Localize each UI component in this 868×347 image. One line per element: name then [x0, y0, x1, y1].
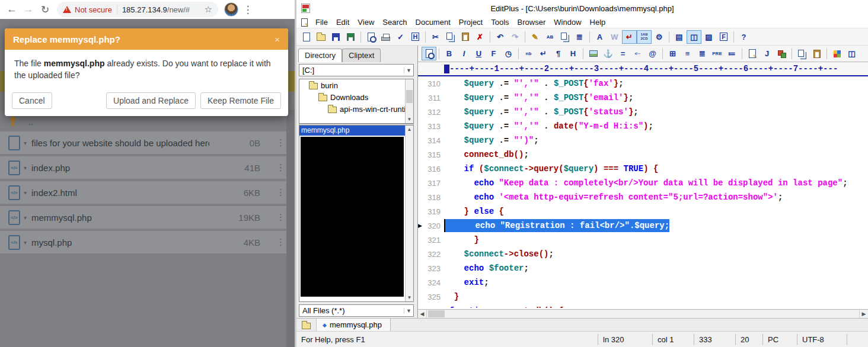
- code-text[interactable]: exit;: [444, 276, 489, 289]
- scroll-right-icon[interactable]: ▶: [859, 310, 868, 318]
- menu-help[interactable]: Help: [586, 18, 610, 27]
- scroll-down-icon[interactable]: ▼: [406, 115, 413, 123]
- dialog-close-icon[interactable]: ×: [275, 34, 280, 44]
- javascript-button[interactable]: J: [760, 47, 774, 60]
- code-text[interactable]: $query .= "','" . $_POST{'email'};: [444, 91, 633, 104]
- font-button[interactable]: A: [592, 30, 607, 44]
- align-right-button[interactable]: ≣: [695, 47, 710, 60]
- row-menu-icon[interactable]: ⋮: [276, 212, 285, 223]
- nonbreaking-space-button[interactable]: nb: [521, 47, 536, 60]
- menu-browser[interactable]: Browser: [513, 18, 550, 27]
- tree-item-Downloads[interactable]: Downloads: [299, 91, 413, 103]
- browser-preview-button[interactable]: [422, 47, 436, 60]
- profile-avatar[interactable]: [224, 2, 238, 17]
- code-text[interactable]: $query .= "')";: [444, 134, 539, 147]
- menu-edit[interactable]: Edit: [332, 18, 353, 27]
- row-menu-icon[interactable]: ⋮: [276, 237, 285, 248]
- paste-button[interactable]: [458, 30, 473, 44]
- highlight-button[interactable]: ✎: [528, 30, 542, 44]
- anchor-button[interactable]: ⚓: [601, 47, 615, 60]
- code-text[interactable]: function connect_db() {: [444, 304, 564, 308]
- tree-vertical-scrollbar[interactable]: ▼: [405, 79, 413, 123]
- back-icon[interactable]: ←: [4, 4, 20, 15]
- menu-project[interactable]: Project: [455, 18, 487, 27]
- context-help-button[interactable]: ?: [736, 30, 751, 44]
- table-button[interactable]: ⊞: [665, 47, 680, 60]
- code-text[interactable]: echo '<meta http-equiv=refresh content="…: [444, 191, 783, 204]
- copy-tag-button[interactable]: [794, 47, 809, 60]
- menu-search[interactable]: Search: [378, 18, 411, 27]
- open-file-button[interactable]: [314, 30, 328, 44]
- print-button[interactable]: [378, 30, 393, 44]
- window-list-button[interactable]: ▤: [672, 30, 687, 44]
- document-tab[interactable]: ◆ memmysql.php: [317, 319, 391, 331]
- bookmark-star-icon[interactable]: ☆: [205, 4, 212, 15]
- comment-tag-button[interactable]: <··: [630, 47, 645, 60]
- email-link-button[interactable]: @: [645, 47, 660, 60]
- menu-document[interactable]: Document: [411, 18, 455, 27]
- save-button[interactable]: [328, 30, 343, 44]
- objects-button[interactable]: [774, 47, 789, 60]
- file-row[interactable]: ▾memmysql.php19KB⋮: [0, 206, 295, 229]
- list-tag-button[interactable]: ≔: [725, 47, 739, 60]
- script-tag-button[interactable]: [745, 47, 760, 60]
- row-menu-icon[interactable]: ⋮: [276, 162, 285, 173]
- page-scrollbar[interactable]: [286, 110, 295, 347]
- line-break-button[interactable]: ↵: [536, 47, 551, 60]
- html-page-button[interactable]: H: [408, 30, 423, 44]
- code-text[interactable]: echo "Registration : fail<br/>".$query;: [444, 219, 669, 232]
- tree-item-api-ms-win-crt-runtim[interactable]: api-ms-win-crt-runtim: [299, 103, 413, 115]
- new-document-button[interactable]: [299, 30, 314, 44]
- file-row[interactable]: ▾index2.html6KB⋮: [0, 181, 295, 204]
- scroll-down-icon[interactable]: ▼: [406, 294, 413, 301]
- code-horizontal-scrollbar[interactable]: ◀ ▶: [418, 309, 868, 318]
- print-preview-button[interactable]: [363, 30, 378, 44]
- preformatted-button[interactable]: PRE: [710, 47, 725, 60]
- folder-icon[interactable]: [296, 319, 317, 331]
- font-tag-button[interactable]: F: [486, 47, 501, 60]
- image-button[interactable]: [586, 47, 601, 60]
- menu-file[interactable]: File: [311, 18, 332, 27]
- upload-and-replace-button[interactable]: Upload and Replace: [106, 92, 196, 109]
- indent-button[interactable]: ≣: [572, 30, 587, 44]
- forward-icon[interactable]: →: [20, 4, 37, 15]
- keep-remote-file-button[interactable]: Keep Remote File: [200, 92, 281, 109]
- find-replace-button[interactable]: AB: [542, 30, 557, 44]
- code-text[interactable]: if ($connect->query($query) === TRUE) {: [444, 162, 658, 175]
- file-filter-selector[interactable]: All Files (*.*) ▼: [299, 304, 414, 317]
- row-menu-icon[interactable]: ⋮: [276, 187, 285, 198]
- save-all-button[interactable]: [343, 30, 358, 44]
- word-wrap-button[interactable]: W: [607, 30, 622, 44]
- tree-item-burin[interactable]: burin: [299, 79, 413, 91]
- reload-icon[interactable]: ↻: [37, 4, 53, 16]
- window-panel-button[interactable]: ◫: [687, 30, 701, 44]
- copy-button[interactable]: [443, 30, 458, 44]
- menu-window[interactable]: Window: [550, 18, 585, 27]
- cancel-button[interactable]: Cancel: [12, 92, 52, 109]
- code-text[interactable]: }: [444, 233, 479, 246]
- horizontal-rule-button[interactable]: =: [615, 47, 630, 60]
- file-row[interactable]: ▾index.php41B⋮: [0, 156, 295, 179]
- scroll-up-icon[interactable]: ▲: [406, 126, 413, 133]
- duplicate-line-button[interactable]: [557, 30, 572, 44]
- code-text[interactable]: connect_db();: [444, 148, 529, 161]
- browser-menu-icon[interactable]: ⋮: [240, 4, 256, 16]
- undo-button[interactable]: ↶: [493, 30, 508, 44]
- code-text[interactable]: }: [444, 290, 459, 303]
- bold-button[interactable]: B: [442, 47, 457, 60]
- paragraph-button[interactable]: ¶: [551, 47, 566, 60]
- delete-button[interactable]: ✗: [473, 30, 487, 44]
- tab-directory[interactable]: Directory: [298, 49, 342, 62]
- tab-cliptext[interactable]: Cliptext: [342, 49, 381, 62]
- preferences-button[interactable]: ⚙: [652, 30, 666, 44]
- code-text[interactable]: $connect->close();: [444, 248, 554, 261]
- row-menu-icon[interactable]: ⋮: [276, 137, 285, 148]
- scroll-left-icon[interactable]: ◀: [418, 310, 427, 318]
- file-row[interactable]: ▾files for your website should be upload…: [0, 131, 295, 154]
- cut-button[interactable]: ✂: [428, 30, 443, 44]
- windows-colors-button[interactable]: [829, 47, 844, 60]
- align-center-button[interactable]: ≡: [680, 47, 695, 60]
- time-stamp-button[interactable]: ◷: [501, 47, 516, 60]
- italic-button[interactable]: I: [457, 47, 471, 60]
- redo-button[interactable]: ↷: [508, 30, 522, 44]
